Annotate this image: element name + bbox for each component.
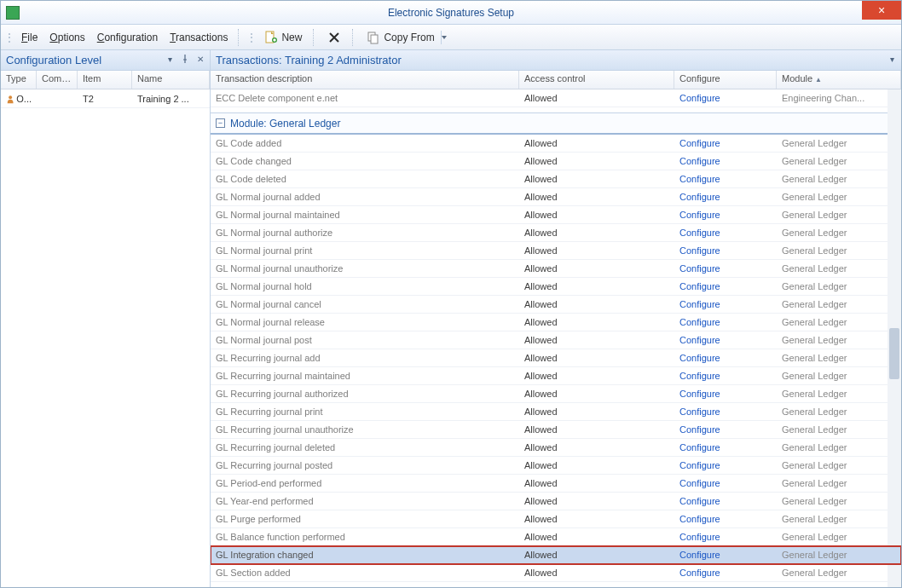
title-bar: Electronic Signatures Setup × [1,1,901,25]
transaction-row[interactable]: GL Normal journal authorizeAllowedConfig… [211,224,901,242]
transaction-row[interactable]: GL Normal journal releaseAllowedConfigur… [211,314,901,331]
configure-link[interactable]: Configure [674,387,777,401]
col-header-description[interactable]: Transaction description [211,71,519,89]
configure-link[interactable]: Configure [674,441,777,454]
transaction-row[interactable]: GL Purge performedAllowedConfigureGenera… [211,510,901,528]
configure-link[interactable]: Configure [674,494,777,508]
transaction-row[interactable]: GL Recurring journal unauthorizeAllowedC… [211,421,901,439]
configure-link[interactable]: Configure [674,262,777,275]
module-group-header[interactable]: − Module: General Ledger [211,112,901,135]
panel-pin-icon[interactable] [179,53,191,65]
access-cell: Allowed [519,172,674,186]
vertical-scrollbar[interactable] [888,89,901,587]
configure-link[interactable]: Configure [674,91,777,105]
transactions-dropdown[interactable]: ▾ [886,53,898,65]
configure-link[interactable]: Configure [674,351,777,365]
transaction-description: GL Recurring journal add [211,351,519,365]
configure-link[interactable]: Configure [674,315,777,329]
transaction-row[interactable]: GL Normal journal postAllowedConfigureGe… [211,331,901,349]
menu-file[interactable]: File [16,29,43,46]
access-cell: Allowed [519,458,674,472]
transaction-row[interactable]: GL Balance function performedAllowedConf… [211,528,901,546]
transaction-row[interactable]: GL Normal journal unauthorizeAllowedConf… [211,260,901,278]
panel-close-icon[interactable]: ✕ [194,53,206,65]
transaction-row[interactable]: GL Recurring journal printAllowedConfigu… [211,403,901,421]
transaction-description: GL Purge performed [211,512,519,526]
transaction-row[interactable]: GL Year-end performedAllowedConfigureGen… [211,493,901,510]
module-cell: General Ledger [777,172,901,186]
transaction-row[interactable]: GL Recurring journal addAllowedConfigure… [211,349,901,367]
configure-link[interactable]: Configure [674,136,777,150]
transaction-row[interactable]: GL Recurring journal deletedAllowedConfi… [211,439,901,457]
col-header-company[interactable]: Comp... [37,71,78,89]
configure-link[interactable]: Configure [674,280,777,293]
transaction-description: GL Normal journal maintained [211,208,519,222]
menu-options[interactable]: Options [44,29,90,46]
module-cell: General Ledger [777,405,901,418]
transaction-row[interactable]: GL Normal journal maintainedAllowedConfi… [211,206,901,224]
transactions-panel: Transactions: Training 2 Administrator ▾… [211,50,901,587]
transaction-row[interactable]: GL Recurring journal maintainedAllowedCo… [211,367,901,385]
module-cell: General Ledger [777,154,901,168]
panel-menu-dropdown[interactable]: ▾ [164,53,176,65]
copy-from-dropdown[interactable] [441,31,448,44]
config-level-row[interactable]: O...T2Training 2 ... [1,89,210,108]
configure-link[interactable]: Configure [674,566,777,579]
module-cell: General Ledger [777,494,901,508]
configure-link[interactable]: Configure [674,530,777,544]
delete-button[interactable] [321,28,347,47]
configure-link[interactable]: Configure [674,172,777,186]
transaction-row[interactable]: GL Section addedAllowedConfigureGeneral … [211,564,901,582]
col-header-name[interactable]: Name [132,71,210,89]
configure-link[interactable]: Configure [674,333,777,347]
col-header-access[interactable]: Access control [519,71,674,89]
configure-link[interactable]: Configure [674,208,777,222]
new-button[interactable]: New [258,28,308,47]
scrollbar-thumb[interactable] [889,328,899,379]
panels-container: Configuration Level ▾ ✕ Type Comp... Ite… [1,50,901,587]
transaction-row[interactable]: GL Code deletedAllowedConfigureGeneral L… [211,170,901,188]
col-header-configure[interactable]: Configure [674,71,777,89]
collapse-toggle-icon[interactable]: − [216,118,225,128]
configure-link[interactable]: Configure [674,154,777,168]
config-level-header: Configuration Level ▾ ✕ [1,50,210,71]
menu-transactions[interactable]: Transactions [165,29,233,46]
transaction-row[interactable]: ECC Delete component e.net Allowed Confi… [211,89,901,107]
configure-link[interactable]: Configure [674,548,777,562]
transaction-row[interactable]: GL Normal journal printAllowedConfigureG… [211,242,901,260]
configure-link[interactable]: Configure [674,476,777,490]
configure-link[interactable]: Configure [674,512,777,526]
transactions-rows: GL Code addedAllowedConfigureGeneral Led… [211,135,901,582]
configure-link[interactable]: Configure [674,458,777,472]
module-cell: General Ledger [777,315,901,329]
configure-link[interactable]: Configure [674,423,777,436]
module-cell: General Ledger [777,387,901,401]
configure-link[interactable]: Configure [674,226,777,239]
transaction-row[interactable]: GL Normal journal holdAllowedConfigureGe… [211,278,901,296]
configure-link[interactable]: Configure [674,297,777,311]
configure-link[interactable]: Configure [674,369,777,383]
module-cell: General Ledger [777,458,901,472]
transaction-row[interactable]: GL Recurring journal authorizedAllowedCo… [211,385,901,403]
transaction-row[interactable]: GL Code addedAllowedConfigureGeneral Led… [211,135,901,153]
configure-link[interactable]: Configure [674,405,777,418]
transaction-row[interactable]: GL Normal journal cancelAllowedConfigure… [211,296,901,314]
access-cell: Allowed [519,226,674,239]
new-button-label: New [281,32,302,43]
configure-link[interactable]: Configure [674,244,777,257]
transaction-row[interactable]: GL Integration changedAllowedConfigureGe… [211,546,901,564]
transaction-row[interactable]: GL Normal journal addedAllowedConfigureG… [211,188,901,206]
copy-from-button[interactable]: Copy From [361,28,453,47]
col-header-item[interactable]: Item [78,71,132,89]
menu-configuration[interactable]: Configuration [92,29,163,46]
access-cell: Allowed [519,351,674,365]
transaction-row[interactable]: GL Code changedAllowedConfigureGeneral L… [211,153,901,170]
transaction-row[interactable]: GL Recurring journal postedAllowedConfig… [211,457,901,475]
transaction-row[interactable]: GL Period-end performedAllowedConfigureG… [211,475,901,493]
col-header-module[interactable]: Module▲ [777,71,901,89]
configure-link[interactable]: Configure [674,190,777,204]
col-header-type[interactable]: Type [1,71,37,89]
access-cell: Allowed [519,91,674,105]
transaction-description: GL Recurring journal posted [211,458,519,472]
close-button[interactable]: × [862,1,901,20]
